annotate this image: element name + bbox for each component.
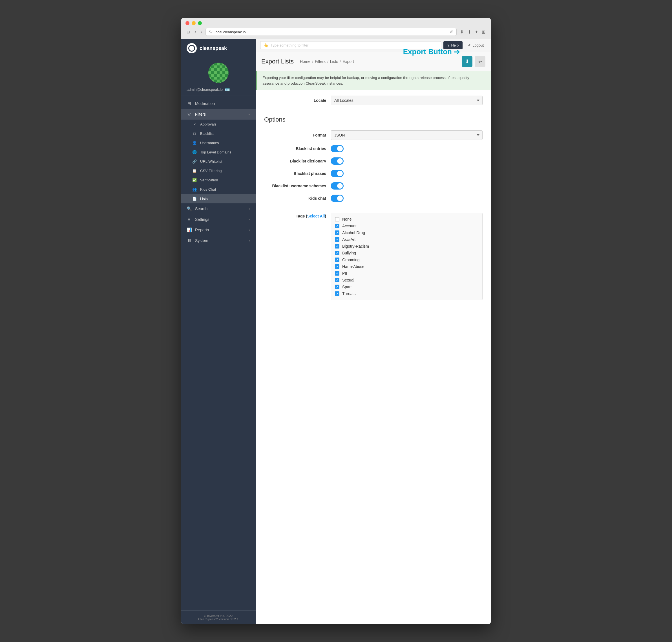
tag-checkbox[interactable]: ✓ [335, 244, 339, 248]
help-icon: ? [447, 43, 449, 47]
back-button[interactable]: ↩ [475, 56, 485, 67]
blacklist-phrases-row: Blacklist phrases [264, 170, 483, 177]
sidebar-item-search[interactable]: 🔍 Search › [181, 203, 256, 214]
list-item: ✓Threats [335, 290, 478, 297]
breadcrumb-lists[interactable]: Lists [330, 59, 338, 64]
sidebar-item-csv-filtering[interactable]: 📋 CSV Filtering [181, 166, 256, 176]
list-item: None [335, 216, 478, 222]
forward-nav-button[interactable]: › [199, 28, 203, 36]
sidebar-item-moderation[interactable]: ⊞ Moderation [181, 98, 256, 109]
sidebar-item-approvals[interactable]: ✓ Approvals [181, 119, 256, 129]
tag-checkbox[interactable]: ✓ [335, 271, 339, 275]
tag-checkbox[interactable]: ✓ [335, 230, 339, 235]
blacklist-dictionary-toggle[interactable] [331, 157, 344, 165]
new-tab-button[interactable]: + [474, 28, 479, 36]
export-button[interactable]: ⬇ [462, 56, 472, 67]
filter-icon: 👆 [264, 43, 268, 47]
tag-label: Harm-Abuse [342, 264, 365, 269]
list-item: ✓Grooming [335, 256, 478, 263]
back-nav-button[interactable]: ‹ [193, 28, 197, 36]
brand-name: cleanspeak [200, 46, 227, 51]
tag-label: Spam [342, 285, 353, 289]
tag-checkbox[interactable]: ✓ [335, 264, 339, 269]
filter-input[interactable]: 👆 Type something to filter [260, 41, 441, 49]
check-icon: ✓ [192, 122, 197, 126]
tag-checkbox[interactable]: ✓ [335, 285, 339, 289]
blacklist-entries-toggle[interactable] [331, 145, 344, 152]
sidebar-item-verification[interactable]: ✅ Verification [181, 176, 256, 185]
format-row: Format JSON XML CSV [264, 130, 483, 140]
blacklist-phrases-toggle[interactable] [331, 170, 344, 177]
grid-button[interactable]: ⊞ [480, 28, 487, 36]
breadcrumb-home[interactable]: Home [300, 59, 310, 64]
user-card-icon[interactable]: 🪪 [225, 87, 230, 92]
list-item: ✓Sexual [335, 277, 478, 283]
tag-checkbox[interactable] [335, 217, 339, 221]
sidebar-item-lists[interactable]: 📄 Lists [181, 194, 256, 203]
traffic-light-green[interactable] [198, 21, 202, 25]
sidebar-item-kids-chat[interactable]: 👥 Kids Chat [181, 185, 256, 194]
top-bar: 👆 Type something to filter ? Help ⬏ Logo… [256, 39, 491, 52]
filter-icon: ▽ [187, 112, 192, 117]
avatar [208, 63, 228, 83]
tag-label: Account [342, 224, 357, 228]
sidebar-item-filters[interactable]: ▽ Filters ▾ [181, 109, 256, 119]
reports-label: Reports [195, 228, 246, 232]
filters-chevron-icon: ▾ [248, 113, 250, 116]
tag-checkbox[interactable]: ✓ [335, 251, 339, 255]
sidebar-item-blacklist[interactable]: □ Blacklist [181, 129, 256, 138]
tag-label: Grooming [342, 258, 359, 262]
tag-checkbox[interactable]: ✓ [335, 258, 339, 262]
blacklist-username-schemes-label: Blacklist username schemes [264, 184, 326, 188]
sidebar: cleanspeak admin@cleanspeak.io 🪪 ⊞ Moder… [181, 39, 256, 624]
grid-icon: ⊞ [187, 101, 192, 106]
traffic-light-yellow[interactable] [192, 21, 196, 25]
url-text: local.cleanspeak.io [215, 30, 246, 34]
help-button[interactable]: ? Help [444, 41, 463, 49]
logout-button[interactable]: ⬏ Logout [465, 41, 487, 49]
list-item: ✓Account [335, 222, 478, 229]
blacklist-phrases-label: Blacklist phrases [264, 171, 326, 176]
sidebar-nav: ⊞ Moderation ▽ Filters ▾ ✓ Approvals □ B… [181, 96, 256, 611]
list-item: ✓Bullying [335, 249, 478, 256]
url-whitelist-label: URL Whitelist [200, 159, 222, 164]
username-label: admin@cleanspeak.io [187, 88, 223, 92]
search-label: Search [195, 206, 246, 211]
breadcrumb-filters[interactable]: Filters [315, 59, 326, 64]
sidebar-toggle-button[interactable]: ⊟ [185, 28, 191, 35]
download-button[interactable]: ⬇ [459, 28, 465, 36]
format-select[interactable]: JSON XML CSV [331, 130, 483, 140]
verify-icon: ✅ [192, 178, 197, 182]
globe-icon: 🌐 [192, 150, 197, 154]
tag-label: Bigotry-Racism [342, 244, 369, 248]
tag-checkbox[interactable]: ✓ [335, 224, 339, 228]
locale-section: Locale All Locales English Spanish Frenc… [256, 90, 491, 116]
address-bar[interactable]: 🛡 local.cleanspeak.io ↺ [206, 28, 457, 36]
blacklist-username-schemes-toggle[interactable] [331, 182, 344, 190]
locale-row: Locale All Locales English Spanish Frenc… [264, 95, 483, 105]
breadcrumb-export: Export [342, 59, 354, 64]
sidebar-item-usernames[interactable]: 👤 Usernames [181, 138, 256, 147]
search-icon: 🔍 [187, 206, 192, 211]
tag-checkbox[interactable]: ✓ [335, 237, 339, 242]
reload-icon[interactable]: ↺ [450, 30, 453, 34]
sidebar-item-settings[interactable]: ≡ Settings › [181, 214, 256, 224]
locale-select[interactable]: All Locales English Spanish French [331, 95, 483, 105]
header-actions: Export Button ➜ ⬇ ↩ [462, 56, 485, 67]
share-button[interactable]: ⬆ [466, 28, 472, 36]
tag-checkbox[interactable]: ✓ [335, 278, 339, 282]
lists-label: Lists [200, 197, 208, 201]
sidebar-item-top-level-domains[interactable]: 🌐 Top Level Domains [181, 147, 256, 157]
tag-checkbox[interactable]: ✓ [335, 291, 339, 296]
sidebar-item-system[interactable]: 🖥 System › [181, 235, 256, 246]
kids-chat-row: Kids chat [264, 195, 483, 202]
csv-icon: 📋 [192, 169, 197, 173]
sidebar-item-reports[interactable]: 📊 Reports › [181, 224, 256, 235]
sidebar-item-url-whitelist[interactable]: 🔗 URL Whitelist [181, 157, 256, 166]
usernames-label: Usernames [200, 141, 219, 145]
select-all-link[interactable]: Select All [307, 214, 325, 218]
traffic-light-red[interactable] [185, 21, 189, 25]
kids-chat-toggle[interactable] [331, 195, 344, 202]
moderation-label: Moderation [195, 101, 250, 106]
breadcrumb-sep3: / [340, 60, 341, 64]
